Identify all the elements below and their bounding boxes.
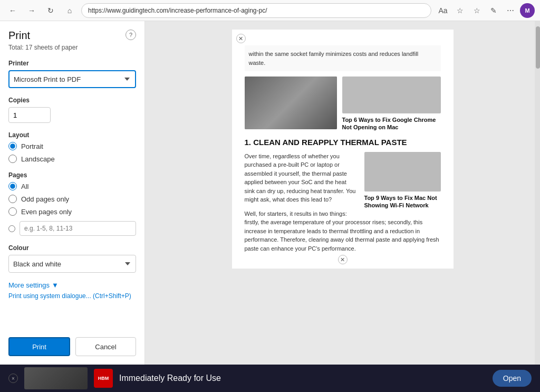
even-pages-radio[interactable]	[8, 207, 17, 216]
more-settings-button[interactable]: More settings ▼	[8, 281, 136, 289]
refresh-button[interactable]: ↻	[43, 3, 58, 18]
odd-pages-radio[interactable]	[8, 195, 17, 203]
landscape-label: Landscape	[21, 155, 55, 163]
ad-text: Immediately Ready for Use	[119, 374, 486, 383]
custom-pages-radio[interactable]	[8, 225, 15, 232]
portrait-option[interactable]: Portrait	[8, 142, 136, 150]
print-header: Print ?	[8, 30, 136, 42]
printer-label: Printer	[8, 60, 136, 67]
side-card-1: Top 6 Ways to Fix Google Chrome Not Open…	[342, 77, 441, 131]
portrait-radio[interactable]	[8, 142, 17, 150]
scrollbar-thumb[interactable]	[536, 26, 540, 69]
custom-pages-row	[8, 221, 136, 236]
help-button[interactable]: ?	[126, 30, 136, 40]
close-preview-bottom[interactable]: ✕	[338, 255, 348, 264]
system-dialog-button[interactable]: Print using system dialogue... (Ctrl+Shi…	[8, 292, 136, 300]
article-heading: 1. CLEAN AND REAPPLY THERMAL PASTE	[245, 138, 441, 147]
chevron-down-icon: ▼	[52, 281, 59, 289]
ad-close-button[interactable]: ×	[8, 374, 18, 383]
home-button[interactable]: ⌂	[62, 3, 77, 18]
print-subtitle: Total: 17 sheets of paper	[8, 44, 136, 51]
preview-image-section: Top 6 Ways to Fix Google Chrome Not Open…	[245, 77, 441, 131]
settings-more-button[interactable]: ⋯	[503, 3, 518, 18]
address-bar[interactable]	[81, 3, 431, 18]
article-text-2: Well, for starters, it results in two th…	[245, 209, 441, 253]
pages-radio-group: All Odd pages only Even pages only	[8, 182, 136, 236]
print-title: Print	[8, 30, 30, 42]
side-card-image-2	[364, 152, 441, 192]
page-preview-1: ✕ within the same socket family minimize…	[232, 30, 454, 269]
print-button[interactable]: Print	[8, 337, 70, 356]
cancel-button[interactable]: Cancel	[75, 337, 136, 356]
ad-banner: × HBM Immediately Ready for Use Open	[0, 365, 540, 392]
extensions-button[interactable]: ✎	[486, 3, 501, 18]
side-card-title-1: Top 6 Ways to Fix Google Chrome Not Open…	[342, 116, 441, 131]
pages-section: Pages All Odd pages only Even pages only	[8, 171, 136, 236]
side-card-2: Top 9 Ways to Fix Mac Not Showing Wi-Fi …	[364, 152, 441, 209]
main-article-image	[245, 77, 337, 129]
favorites-button[interactable]: ☆	[452, 3, 467, 18]
copies-label: Copies	[8, 97, 136, 104]
preview-area: ✕ within the same socket family minimize…	[145, 21, 540, 365]
browser-icon-group: Aa ☆ ☆ ✎ ⋯ M	[436, 3, 535, 18]
even-pages-label: Even pages only	[21, 208, 72, 216]
even-pages-option[interactable]: Even pages only	[8, 207, 136, 216]
layout-label: Layout	[8, 131, 136, 139]
favorites-bar-button[interactable]: ☆	[469, 3, 484, 18]
copies-input[interactable]	[8, 107, 51, 123]
portrait-label: Portrait	[21, 142, 43, 150]
colour-section: Colour Black and white Colour	[8, 244, 136, 273]
ad-logo: HBM	[94, 369, 113, 388]
reader-mode-button[interactable]: Aa	[436, 3, 450, 18]
layout-section: Layout Portrait Landscape	[8, 131, 136, 163]
odd-pages-label: Odd pages only	[21, 195, 69, 203]
browser-toolbar: ← → ↻ ⌂ Aa ☆ ☆ ✎ ⋯ M	[0, 0, 540, 21]
printer-select[interactable]: Microsoft Print to PDF Save as PDF Send …	[8, 70, 136, 88]
printer-section: Printer Microsoft Print to PDF Save as P…	[8, 60, 136, 88]
back-button[interactable]: ←	[5, 3, 20, 18]
colour-select[interactable]: Black and white Colour	[8, 255, 136, 273]
side-card-title-2: Top 9 Ways to Fix Mac Not Showing Wi-Fi …	[364, 194, 441, 209]
main-area: Print ? Total: 17 sheets of paper Printe…	[0, 21, 540, 365]
ad-thumbnail	[24, 367, 88, 389]
pages-label: Pages	[8, 171, 136, 179]
profile-icon[interactable]: M	[520, 3, 535, 18]
top-article-text: within the same socket family minimizes …	[245, 45, 441, 71]
forward-button[interactable]: →	[24, 3, 39, 18]
layout-radio-group: Portrait Landscape	[8, 142, 136, 163]
side-card-image-1	[342, 77, 441, 113]
all-pages-radio[interactable]	[8, 182, 17, 190]
odd-pages-option[interactable]: Odd pages only	[8, 195, 136, 203]
custom-pages-input[interactable]	[20, 221, 136, 236]
more-settings-label: More settings	[8, 281, 50, 289]
all-pages-label: All	[21, 183, 28, 190]
landscape-radio[interactable]	[8, 155, 17, 163]
print-actions: Print Cancel	[8, 329, 136, 356]
ad-open-button[interactable]: Open	[493, 370, 532, 387]
print-panel: Print ? Total: 17 sheets of paper Printe…	[0, 21, 145, 365]
landscape-option[interactable]: Landscape	[8, 155, 136, 163]
scrollbar-track[interactable]	[535, 21, 540, 365]
copies-section: Copies	[8, 97, 136, 123]
close-preview-1[interactable]: ✕	[236, 34, 246, 43]
colour-label: Colour	[8, 244, 136, 252]
all-pages-option[interactable]: All	[8, 182, 136, 190]
